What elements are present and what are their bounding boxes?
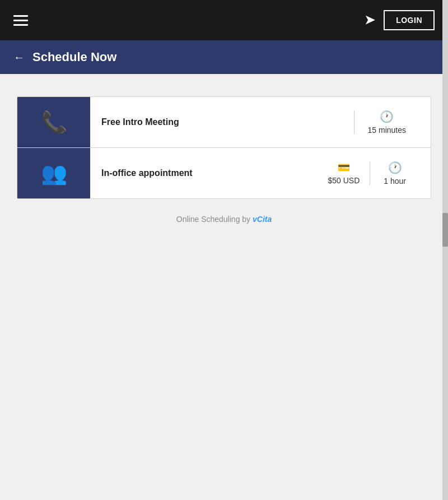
hamburger-menu-button[interactable] [13,15,28,26]
service-duration-free-intro: 🕐 15 minutes [354,110,419,135]
login-button[interactable]: LOGIN [384,10,435,30]
service-row-free-intro[interactable]: 📞 Free Intro Meeting 🕐 15 minutes [17,97,431,148]
navbar: ➤ LOGIN [0,0,448,40]
main-content: 📞 Free Intro Meeting 🕐 15 minutes 👥 In-o… [0,74,448,500]
phone-icon: 📞 [41,110,67,135]
service-icon-box-people: 👥 [17,148,90,198]
price-text: $50 USD [328,176,360,185]
service-details-in-office: In-office appointment 💳 $50 USD 🕐 1 hour [90,148,431,198]
credit-card-icon: 💳 [338,161,350,174]
nav-arrow-icon[interactable]: ➤ [365,13,375,27]
service-duration-in-office: 🕐 1 hour [370,161,419,186]
service-label-in-office: In-office appointment [101,167,318,179]
clock-icon-in-office: 🕐 [388,161,402,174]
schedule-card: 📞 Free Intro Meeting 🕐 15 minutes 👥 In-o… [17,96,431,199]
clock-icon-free-intro: 🕐 [380,110,394,123]
service-icon-box-phone: 📞 [17,97,90,147]
nav-right: ➤ LOGIN [365,10,435,30]
vcita-link[interactable]: vCita [253,215,272,224]
back-arrow-icon[interactable]: ← [13,51,25,64]
service-row-in-office[interactable]: 👥 In-office appointment 💳 $50 USD 🕐 1 ho… [17,148,431,198]
service-details-free-intro: Free Intro Meeting 🕐 15 minutes [90,97,431,147]
scrollbar-thumb[interactable] [442,213,448,247]
footer: Online Scheduling by vCita [17,215,431,224]
scrollbar-track [442,0,448,500]
service-price-section: 💳 $50 USD [318,161,370,185]
footer-prefix: Online Scheduling by [176,215,253,224]
header-bar: ← Schedule Now [0,40,448,74]
page-title: Schedule Now [32,50,116,64]
duration-text-free-intro: 15 minutes [368,126,406,135]
people-icon: 👥 [41,161,67,186]
duration-text-in-office: 1 hour [384,177,406,186]
service-label-free-intro: Free Intro Meeting [101,116,354,128]
